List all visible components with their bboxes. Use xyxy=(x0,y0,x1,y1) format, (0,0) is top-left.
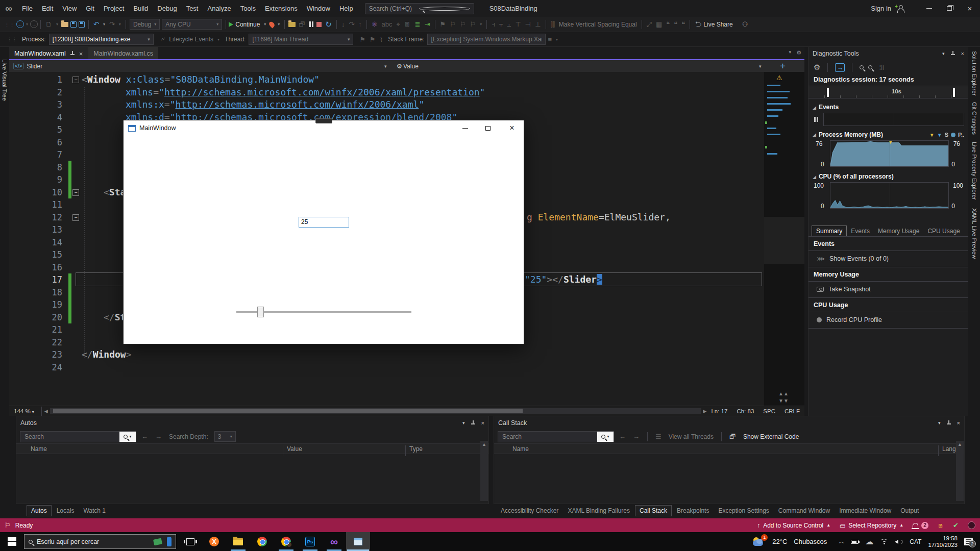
pause-events-icon[interactable] xyxy=(814,117,818,122)
events-section-header[interactable]: ◢Events xyxy=(808,102,968,112)
live-share-people-icon[interactable]: ⚇ xyxy=(740,20,750,28)
spacing-icon[interactable]: ⫿⫿ xyxy=(549,20,557,29)
window-position-dropdown-icon[interactable]: ▾ xyxy=(462,420,465,425)
code-line-3[interactable]: 3xmlns:x="http://schemas.microsoft.com/w… xyxy=(9,98,804,111)
open-file-icon[interactable] xyxy=(61,22,68,27)
menu-item[interactable]: Git xyxy=(81,0,99,17)
live-share-label[interactable]: Live Share xyxy=(703,21,732,28)
menu-item[interactable]: Help xyxy=(335,0,358,17)
quotes-2-icon[interactable]: ❝ xyxy=(672,20,679,28)
menu-item[interactable]: Build xyxy=(129,0,153,17)
taskbar-item-file-explorer[interactable] xyxy=(226,532,250,551)
hot-reload-icon[interactable] xyxy=(268,20,276,28)
zoom-level-dropdown[interactable]: 144 % ▾ xyxy=(9,408,39,414)
split-window-icon[interactable]: ✛ xyxy=(780,62,786,70)
bookmark-icon[interactable]: ⚑ xyxy=(438,20,448,28)
volume-icon[interactable] xyxy=(895,539,903,545)
lifecycle-events-label[interactable]: Lifecycle Events xyxy=(167,36,215,43)
pin-icon[interactable] xyxy=(946,420,951,425)
code-line-23[interactable]: 23</Window> xyxy=(9,348,804,361)
window-position-dropdown-icon[interactable]: ▾ xyxy=(938,420,941,425)
step-into-icon[interactable]: ↓ xyxy=(339,20,347,28)
stop-debugging-icon[interactable] xyxy=(316,22,322,27)
menu-item[interactable]: Extensions xyxy=(260,0,302,17)
watch-tab[interactable]: Watch 1 xyxy=(79,506,110,516)
battery-icon[interactable] xyxy=(851,540,859,544)
new-file-icon[interactable]: 🗋 xyxy=(43,20,54,28)
suspend-icon[interactable]: ⌇ xyxy=(378,36,385,43)
debug-tab[interactable]: Accessibility Checker xyxy=(497,506,562,516)
scrollbar-thumb[interactable] xyxy=(53,409,523,413)
pin-icon[interactable] xyxy=(471,420,476,425)
timeline-ruler[interactable]: 10s xyxy=(808,86,968,98)
search-depth-dropdown[interactable]: 3▾ xyxy=(214,431,236,442)
close-panel-icon[interactable]: × xyxy=(961,51,964,57)
horizontal-scrollbar[interactable] xyxy=(50,408,701,414)
debug-tab[interactable]: Command Window xyxy=(774,506,834,516)
add-to-source-control-button[interactable]: ↑ Add to Source Control ▲ xyxy=(752,522,835,529)
settings-gear-icon[interactable]: ⚙ xyxy=(814,63,820,72)
weather-temperature[interactable]: 22°C xyxy=(772,538,787,545)
next-bookmark-icon[interactable]: ⚐ xyxy=(458,20,468,28)
align-top-icon[interactable]: ⊤ xyxy=(513,20,523,28)
menu-item[interactable]: Edit xyxy=(37,0,58,17)
redo-icon[interactable]: ↷ xyxy=(107,20,117,28)
restore-button[interactable] xyxy=(939,0,960,17)
collapse-down-icon[interactable]: ▼▼ xyxy=(778,398,789,404)
step-over-icon[interactable]: ↷ xyxy=(347,20,356,28)
grid-icon[interactable]: ▦ xyxy=(654,20,664,28)
menu-item[interactable]: View xyxy=(58,0,81,17)
menu-item[interactable]: Debug xyxy=(153,0,181,17)
notifications-button[interactable]: 2 xyxy=(908,522,933,529)
taskbar-clock[interactable]: 19:58 17/10/2023 xyxy=(928,535,958,548)
breadcrumb-property[interactable]: Value xyxy=(403,63,419,70)
fold-collapse-icon[interactable]: − xyxy=(72,189,79,196)
navigate-forward-icon[interactable]: → xyxy=(30,20,38,28)
column-type[interactable]: Type xyxy=(409,445,423,453)
wpf-slider-thumb[interactable] xyxy=(257,307,264,317)
debug-tab[interactable]: Immediate Window xyxy=(835,506,895,516)
wifi-icon[interactable] xyxy=(880,539,888,544)
weather-icon[interactable]: 1 xyxy=(752,536,766,547)
make-vertical-spacing-equal-label[interactable]: Make Vertical Spacing Equal xyxy=(557,21,639,28)
onedrive-icon[interactable]: ☁ xyxy=(865,537,873,546)
stack-frame-dropdown[interactable]: [Exception] System.Windows.Markup.Xan xyxy=(427,34,546,45)
search-button[interactable]: ▾ xyxy=(597,432,614,442)
close-panel-icon[interactable]: × xyxy=(481,420,484,426)
close-panel-icon[interactable]: × xyxy=(957,420,960,426)
autos-scrollbar[interactable]: ▲ xyxy=(480,441,488,501)
element-dropdown-icon[interactable]: ▾ xyxy=(384,64,387,69)
flag-threads-icon[interactable]: ⚑ xyxy=(357,36,368,43)
flag-threads-2-icon[interactable]: ⚑ xyxy=(368,36,378,43)
taskbar-item-active-app[interactable] xyxy=(346,532,370,551)
minimap-viewport[interactable] xyxy=(764,217,804,264)
memory-section-header[interactable]: ◢Process Memory (MB) ▼ ▼ S P.. xyxy=(808,129,968,139)
quick-search-input[interactable]: Search (Ctrl+Q) xyxy=(365,3,474,14)
lifecycle-dropdown-icon[interactable]: ▾ xyxy=(215,37,222,42)
callstack-scrollbar[interactable]: ▲ xyxy=(956,441,964,501)
continue-dropdown-icon[interactable]: ▾ xyxy=(262,22,268,27)
window-position-dropdown-icon[interactable]: ▾ xyxy=(942,51,945,56)
sort-lines-icon[interactable]: ≣ xyxy=(413,20,423,28)
show-external-code-label[interactable]: Show External Code xyxy=(741,433,801,440)
scroll-right-icon[interactable]: ▶ xyxy=(703,409,707,414)
prev-frame-icon[interactable]: ← xyxy=(617,433,628,440)
watch-tab[interactable]: Locals xyxy=(53,506,79,516)
autos-grid-body[interactable] xyxy=(16,454,488,503)
step-out-icon[interactable]: ↑ xyxy=(356,20,364,28)
sidebar-tab-git-changes[interactable]: Git Changes xyxy=(971,102,977,135)
close-button[interactable]: × xyxy=(960,0,980,17)
callstack-search-input[interactable]: Search ▾ xyxy=(498,431,614,442)
taskbar-item-xampp[interactable]: Χ xyxy=(202,532,226,551)
taskbar-item-chrome[interactable] xyxy=(250,532,274,551)
code-line-2[interactable]: 2xmlns="http://schemas.microsoft.com/win… xyxy=(9,86,804,99)
lifecycle-events-icon[interactable]: 🗲 xyxy=(159,35,167,43)
scroll-left-icon[interactable]: ◀ xyxy=(44,409,48,414)
wpf-textbox[interactable]: 25 xyxy=(299,217,349,228)
diagnostics-tab[interactable]: CPU Usage xyxy=(923,226,964,236)
restart-icon[interactable]: ↻ xyxy=(323,20,334,29)
prev-result-icon[interactable]: ← xyxy=(139,433,150,440)
reset-view-icon[interactable]: ⁞il xyxy=(877,64,886,71)
build-ok-icon[interactable]: ✔ xyxy=(948,521,963,529)
menu-item[interactable]: Tools xyxy=(236,0,260,17)
